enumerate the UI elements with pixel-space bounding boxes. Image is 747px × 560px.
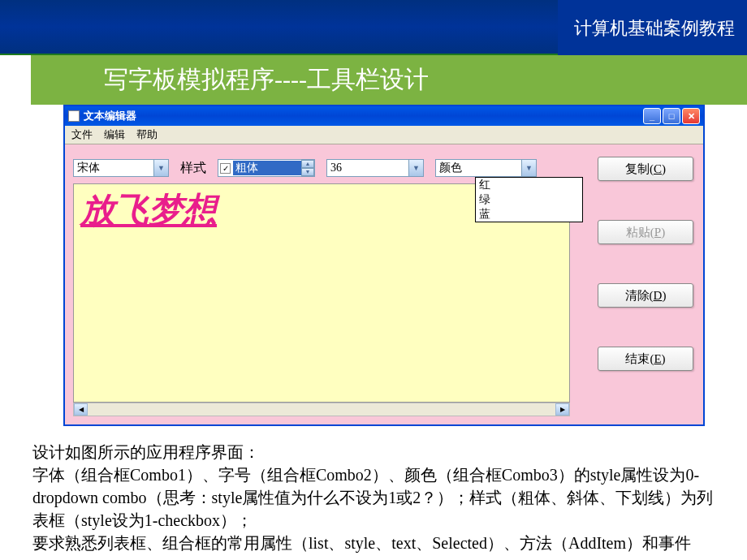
scroll-left-icon[interactable]: ◀ [74, 403, 88, 416]
scroll-right-icon[interactable]: ▶ [555, 403, 569, 416]
font-combo[interactable]: 宋体 ▼ [73, 159, 169, 177]
menu-help[interactable]: 帮助 [136, 127, 158, 142]
slide-title: 写字板模拟程序----工具栏设计 [31, 55, 747, 105]
textarea-content: 放飞梦想 [80, 192, 217, 229]
color-option-blue[interactable]: 蓝 [476, 207, 582, 222]
spin-up-icon[interactable]: ▲ [301, 160, 314, 168]
color-combo-value: 颜色 [439, 161, 462, 175]
style-label: 样式 [180, 160, 206, 177]
dropdown-arrow-icon[interactable]: ▼ [153, 160, 168, 176]
size-combo[interactable]: 36 ▼ [326, 159, 424, 177]
copy-button[interactable]: 复制(C) [598, 157, 693, 181]
slide-header: 计算机基础案例教程 [0, 0, 747, 55]
spin-down-icon[interactable]: ▼ [301, 168, 314, 176]
close-button[interactable]: ✕ [682, 108, 700, 124]
window-controls: _ □ ✕ [643, 108, 700, 124]
style-listbox-value: 粗体 [233, 161, 301, 175]
dropdown-arrow-icon[interactable]: ▼ [521, 160, 536, 176]
paste-button-label: 粘贴(P) [626, 225, 665, 240]
checkbox-icon[interactable]: ✓ [220, 163, 231, 174]
menu-file[interactable]: 文件 [71, 127, 93, 142]
paste-button[interactable]: 粘贴(P) [598, 220, 693, 244]
desc-line2: 字体（组合框Combo1）、字号（组合框Combo2）、颜色（组合框Combo3… [32, 463, 715, 532]
menubar: 文件 编辑 帮助 [65, 126, 703, 144]
desc-line3: 要求熟悉列表框、组合框的常用属性（list、style、text、Selecte… [32, 532, 715, 560]
toolbar-area: 宋体 ▼ 样式 ✓ 粗体 ▲ ▼ 36 ▼ 颜色 ▼ 红 [65, 144, 703, 424]
side-buttons: 复制(C) 粘贴(P) 清除(D) 结束(E) [598, 157, 693, 371]
copy-button-label: 复制(C) [625, 162, 666, 177]
font-combo-value: 宋体 [77, 161, 100, 175]
color-option-red[interactable]: 红 [476, 178, 582, 192]
maximize-button[interactable]: □ [663, 108, 680, 124]
minimize-button[interactable]: _ [643, 108, 661, 124]
color-combo[interactable]: 颜色 ▼ [435, 159, 537, 177]
description-text: 设计如图所示的应用程序界面： 字体（组合框Combo1）、字号（组合框Combo… [32, 441, 715, 560]
dropdown-arrow-icon[interactable]: ▼ [408, 160, 423, 176]
exit-button[interactable]: 结束(E) [598, 347, 693, 371]
color-dropdown-list[interactable]: 红 绿 蓝 [475, 177, 583, 222]
exit-button-label: 结束(E) [625, 351, 665, 367]
course-title: 计算机基础案例教程 [558, 0, 747, 55]
color-option-green[interactable]: 绿 [476, 192, 582, 207]
horizontal-scrollbar[interactable]: ◀ ▶ [73, 403, 570, 416]
style-listbox[interactable]: ✓ 粗体 ▲ ▼ [218, 159, 315, 177]
app-icon [68, 110, 80, 122]
spin-control: ▲ ▼ [301, 160, 314, 176]
menu-edit[interactable]: 编辑 [104, 127, 125, 142]
app-window: 文本编辑器 _ □ ✕ 文件 编辑 帮助 宋体 ▼ 样式 ✓ 粗体 ▲ ▼ [63, 105, 705, 426]
window-title: 文本编辑器 [84, 109, 643, 123]
clear-button[interactable]: 清除(D) [598, 283, 693, 308]
size-combo-value: 36 [330, 162, 342, 174]
clear-button-label: 清除(D) [625, 288, 667, 304]
titlebar[interactable]: 文本编辑器 _ □ ✕ [65, 106, 703, 126]
desc-line1: 设计如图所示的应用程序界面： [32, 441, 715, 463]
